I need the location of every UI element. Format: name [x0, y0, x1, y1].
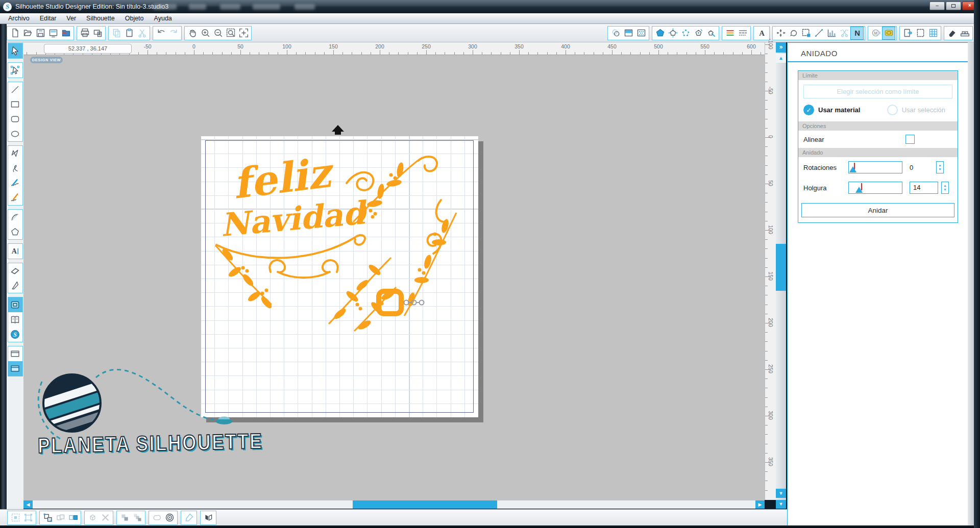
pick-style-icon[interactable]: [183, 512, 195, 524]
panel-scrollbar-track[interactable]: [968, 42, 974, 525]
menu-archivo[interactable]: Archivo: [3, 13, 35, 23]
draw-rounded-rectangle-icon[interactable]: [8, 112, 22, 127]
replicate-icon[interactable]: [787, 27, 799, 39]
transform-icon[interactable]: [800, 27, 812, 39]
use-material-radio[interactable]: ✓: [803, 105, 814, 115]
panel-preview-icon[interactable]: [8, 346, 22, 361]
scroll-right-arrow[interactable]: ▶: [755, 500, 765, 509]
edit-points-icon[interactable]: [8, 63, 22, 78]
page-tools-icon[interactable]: [8, 297, 22, 312]
weld-objects-icon[interactable]: [151, 512, 163, 524]
scroll-down-arrow[interactable]: ▼: [776, 489, 786, 498]
new-file-icon[interactable]: [9, 27, 21, 39]
scroll-left-arrow[interactable]: ◀: [23, 500, 33, 509]
draw-rectangle-icon[interactable]: [8, 97, 22, 112]
eraser-solid-icon[interactable]: [946, 27, 958, 39]
menu-objeto[interactable]: Objeto: [120, 13, 149, 23]
polygon-rotate-icon[interactable]: [692, 27, 704, 39]
send-page-icon[interactable]: [901, 27, 914, 39]
sketch-icon[interactable]: [883, 27, 895, 39]
rotations-slider[interactable]: [848, 161, 902, 173]
line-color-icon[interactable]: [724, 27, 736, 39]
nesting-icon[interactable]: N: [851, 27, 863, 39]
library-icon[interactable]: [8, 312, 22, 327]
pan-hand-icon[interactable]: [186, 27, 199, 39]
maximize-button[interactable]: [946, 2, 961, 10]
nest-button[interactable]: Anidar: [801, 203, 954, 217]
text-style-icon[interactable]: A: [755, 27, 768, 39]
print-icon[interactable]: [79, 27, 91, 39]
line-style-icon[interactable]: [737, 27, 749, 39]
center-selection-icon[interactable]: [22, 512, 34, 524]
panel-pages-icon[interactable]: [8, 361, 22, 376]
vertical-scroll-thumb[interactable]: [776, 244, 786, 291]
clearance-stepper[interactable]: ▲▼: [941, 182, 949, 194]
page-setup-icon[interactable]: [914, 27, 926, 39]
zoom-in-icon[interactable]: [199, 27, 211, 39]
zoom-out-icon[interactable]: [212, 27, 224, 39]
clearance-input[interactable]: 14: [910, 182, 938, 194]
ornament-icon[interactable]: [774, 27, 787, 39]
text-tool-icon[interactable]: A: [8, 244, 22, 259]
choose-selection-as-limit-button[interactable]: Elegir selección como límite: [803, 85, 952, 98]
save-file-icon[interactable]: [34, 27, 46, 39]
rhinestone-icon[interactable]: [838, 27, 850, 39]
polygon-scale-icon[interactable]: [667, 27, 679, 39]
trace-graph-icon[interactable]: [825, 27, 838, 39]
freehand-icon[interactable]: [8, 175, 22, 190]
modifier-icon[interactable]: M: [870, 27, 882, 39]
rotations-stepper[interactable]: ▲▼: [936, 161, 944, 173]
draw-polygon-icon[interactable]: [8, 146, 22, 161]
scroll-corner-button[interactable]: ▼: [776, 500, 786, 509]
vertical-scrollbar[interactable]: » ▲ ▼: [776, 42, 786, 500]
open-file-icon[interactable]: [21, 27, 34, 39]
titlebar[interactable]: S Silhouette Studio Designer Edition: Si…: [0, 0, 980, 13]
show-page-icon[interactable]: [47, 27, 59, 39]
fill-pattern-icon[interactable]: [635, 27, 647, 39]
store-icon[interactable]: S: [8, 327, 22, 342]
horizontal-scroll-thumb[interactable]: [353, 500, 497, 509]
copy-icon[interactable]: [110, 27, 122, 39]
panel-collapse-button[interactable]: »: [776, 42, 786, 53]
menu-ver[interactable]: Ver: [61, 13, 81, 23]
select-arrow-icon[interactable]: [8, 43, 22, 58]
send-to-silhouette-icon[interactable]: [959, 27, 971, 39]
replicate-multiple-icon[interactable]: [131, 512, 143, 524]
design-canvas[interactable]: feliz Navidad: [23, 55, 765, 500]
shadow-tool-icon[interactable]: [609, 27, 622, 39]
menu-silhouette[interactable]: Silhouette: [81, 13, 120, 23]
duplicate-object-icon[interactable]: [54, 512, 66, 524]
grid-settings-icon[interactable]: [927, 27, 939, 39]
use-selection-radio[interactable]: [887, 105, 898, 115]
scroll-up-arrow[interactable]: ▲: [776, 54, 786, 63]
offset-object-icon[interactable]: [163, 512, 176, 524]
zoom-selection-icon[interactable]: [225, 27, 237, 39]
draw-ellipse-icon[interactable]: [8, 127, 22, 141]
polygon-solid-icon[interactable]: [654, 27, 666, 39]
menu-ayuda[interactable]: Ayuda: [149, 13, 177, 23]
draw-curve-icon[interactable]: [8, 161, 22, 175]
paste-icon[interactable]: [123, 27, 135, 39]
scale-object-icon[interactable]: [41, 512, 54, 524]
fit-to-page-icon[interactable]: [237, 27, 250, 39]
clearance-slider[interactable]: [848, 182, 902, 194]
draw-line-icon[interactable]: [8, 82, 22, 97]
draw-regular-polygon-icon[interactable]: [8, 224, 22, 239]
draw-arc-icon[interactable]: [8, 210, 22, 224]
replicate-single-icon[interactable]: [118, 512, 131, 524]
line-segment-icon[interactable]: [813, 27, 825, 39]
menu-editar[interactable]: Editar: [35, 13, 62, 23]
smooth-freehand-icon[interactable]: [8, 190, 22, 205]
print-preview-icon[interactable]: [91, 27, 104, 39]
mirror-object-icon[interactable]: [67, 512, 79, 524]
center-to-page-icon[interactable]: [9, 512, 21, 524]
save-to-library-icon[interactable]: [60, 27, 72, 39]
align-checkbox[interactable]: [905, 135, 915, 144]
delete-object-icon[interactable]: [99, 512, 111, 524]
undo-icon[interactable]: [155, 27, 167, 39]
horizontal-scrollbar[interactable]: ◀ ▶: [23, 500, 765, 509]
polygon-draw-icon[interactable]: [705, 27, 717, 39]
minimize-button[interactable]: –: [929, 2, 945, 10]
flip-object-icon[interactable]: [202, 512, 214, 524]
group-objects-icon[interactable]: [86, 512, 99, 524]
